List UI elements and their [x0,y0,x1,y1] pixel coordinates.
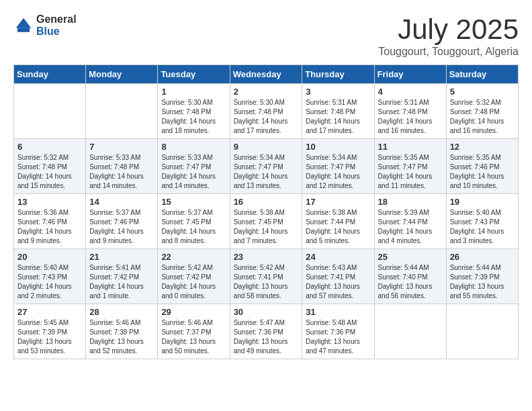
day-info: Sunrise: 5:48 AMSunset: 7:36 PMDaylight:… [306,318,370,356]
day-number: 15 [161,197,226,207]
day-info: Sunrise: 5:45 AMSunset: 7:39 PMDaylight:… [17,318,82,356]
title-area: July 2025 Touggourt, Touggourt, Algeria [378,13,519,58]
weekday-header: Thursday [302,65,374,84]
day-number: 26 [450,252,515,262]
logo-text: General Blue [36,13,77,37]
day-info: Sunrise: 5:47 AMSunset: 7:36 PMDaylight:… [234,318,299,356]
calendar-cell: 19Sunrise: 5:40 AMSunset: 7:43 PMDayligh… [446,194,518,249]
day-info: Sunrise: 5:33 AMSunset: 7:48 PMDaylight:… [89,153,154,191]
calendar-week-row: 20Sunrise: 5:40 AMSunset: 7:43 PMDayligh… [14,249,519,304]
weekday-header: Saturday [446,65,518,84]
calendar-header-row: SundayMondayTuesdayWednesdayThursdayFrid… [14,65,519,84]
day-info: Sunrise: 5:44 AMSunset: 7:39 PMDaylight:… [450,263,515,301]
calendar-cell: 18Sunrise: 5:39 AMSunset: 7:44 PMDayligh… [374,194,446,249]
day-info: Sunrise: 5:41 AMSunset: 7:42 PMDaylight:… [89,263,154,301]
calendar-cell: 30Sunrise: 5:47 AMSunset: 7:36 PMDayligh… [230,304,302,359]
calendar-cell: 24Sunrise: 5:43 AMSunset: 7:41 PMDayligh… [302,249,374,304]
day-number: 16 [234,197,299,207]
calendar-cell: 13Sunrise: 5:36 AMSunset: 7:46 PMDayligh… [14,194,86,249]
logo-blue: Blue [36,26,77,38]
logo-general: General [36,13,77,26]
weekday-header: Monday [86,65,158,84]
calendar-cell [446,304,518,359]
day-info: Sunrise: 5:46 AMSunset: 7:38 PMDaylight:… [89,318,154,356]
calendar-cell: 26Sunrise: 5:44 AMSunset: 7:39 PMDayligh… [446,249,518,304]
day-number: 6 [17,142,82,152]
logo-icon [13,15,34,36]
calendar-week-row: 6Sunrise: 5:32 AMSunset: 7:48 PMDaylight… [14,139,519,194]
calendar-cell: 12Sunrise: 5:35 AMSunset: 7:46 PMDayligh… [446,139,518,194]
day-info: Sunrise: 5:43 AMSunset: 7:41 PMDaylight:… [306,263,370,301]
calendar-cell: 6Sunrise: 5:32 AMSunset: 7:48 PMDaylight… [14,139,86,194]
calendar-cell: 27Sunrise: 5:45 AMSunset: 7:39 PMDayligh… [14,304,86,359]
calendar-week-row: 1Sunrise: 5:30 AMSunset: 7:48 PMDaylight… [14,84,519,139]
day-info: Sunrise: 5:34 AMSunset: 7:47 PMDaylight:… [234,153,299,191]
day-info: Sunrise: 5:34 AMSunset: 7:47 PMDaylight:… [306,153,370,191]
calendar-cell: 3Sunrise: 5:31 AMSunset: 7:48 PMDaylight… [302,84,374,139]
day-number: 12 [450,142,515,152]
day-info: Sunrise: 5:38 AMSunset: 7:45 PMDaylight:… [234,208,299,246]
day-number: 24 [306,252,370,262]
day-number: 5 [450,87,515,97]
day-info: Sunrise: 5:31 AMSunset: 7:48 PMDaylight:… [306,98,370,136]
weekday-header: Sunday [14,65,86,84]
calendar-cell [14,84,86,139]
day-number: 22 [161,252,226,262]
calendar-cell: 1Sunrise: 5:30 AMSunset: 7:48 PMDaylight… [158,84,230,139]
day-info: Sunrise: 5:38 AMSunset: 7:44 PMDaylight:… [306,208,370,246]
day-number: 21 [89,252,154,262]
calendar-cell: 17Sunrise: 5:38 AMSunset: 7:44 PMDayligh… [302,194,374,249]
calendar-cell: 23Sunrise: 5:42 AMSunset: 7:41 PMDayligh… [230,249,302,304]
day-info: Sunrise: 5:32 AMSunset: 7:48 PMDaylight:… [17,153,82,191]
day-number: 1 [161,87,226,97]
calendar-cell: 15Sunrise: 5:37 AMSunset: 7:45 PMDayligh… [158,194,230,249]
day-info: Sunrise: 5:44 AMSunset: 7:40 PMDaylight:… [378,263,443,301]
day-info: Sunrise: 5:31 AMSunset: 7:48 PMDaylight:… [378,98,443,136]
calendar-cell: 11Sunrise: 5:35 AMSunset: 7:47 PMDayligh… [374,139,446,194]
calendar-cell [374,304,446,359]
page-header: General Blue July 2025 Touggourt, Touggo… [13,13,519,58]
day-info: Sunrise: 5:40 AMSunset: 7:43 PMDaylight:… [450,208,515,246]
day-info: Sunrise: 5:35 AMSunset: 7:46 PMDaylight:… [450,153,515,191]
day-info: Sunrise: 5:32 AMSunset: 7:48 PMDaylight:… [450,98,515,136]
day-number: 31 [306,307,370,317]
weekday-header: Wednesday [230,65,302,84]
svg-rect-1 [17,28,30,32]
day-info: Sunrise: 5:36 AMSunset: 7:46 PMDaylight:… [17,208,82,246]
logo: General Blue [13,13,77,37]
day-number: 3 [306,87,370,97]
day-number: 13 [17,197,82,207]
calendar-cell: 21Sunrise: 5:41 AMSunset: 7:42 PMDayligh… [86,249,158,304]
calendar-cell: 5Sunrise: 5:32 AMSunset: 7:48 PMDaylight… [446,84,518,139]
day-number: 25 [378,252,443,262]
calendar-cell: 9Sunrise: 5:34 AMSunset: 7:47 PMDaylight… [230,139,302,194]
day-number: 29 [161,307,226,317]
calendar-cell: 7Sunrise: 5:33 AMSunset: 7:48 PMDaylight… [86,139,158,194]
day-number: 17 [306,197,370,207]
calendar-cell: 22Sunrise: 5:42 AMSunset: 7:42 PMDayligh… [158,249,230,304]
calendar-cell: 20Sunrise: 5:40 AMSunset: 7:43 PMDayligh… [14,249,86,304]
weekday-header: Friday [374,65,446,84]
day-info: Sunrise: 5:46 AMSunset: 7:37 PMDaylight:… [161,318,226,356]
calendar-cell: 8Sunrise: 5:33 AMSunset: 7:47 PMDaylight… [158,139,230,194]
day-info: Sunrise: 5:40 AMSunset: 7:43 PMDaylight:… [17,263,82,301]
weekday-header: Tuesday [158,65,230,84]
svg-marker-0 [16,17,32,28]
day-number: 28 [89,307,154,317]
day-info: Sunrise: 5:37 AMSunset: 7:45 PMDaylight:… [161,208,226,246]
calendar-cell: 25Sunrise: 5:44 AMSunset: 7:40 PMDayligh… [374,249,446,304]
calendar-week-row: 13Sunrise: 5:36 AMSunset: 7:46 PMDayligh… [14,194,519,249]
day-number: 10 [306,142,370,152]
day-number: 23 [234,252,299,262]
day-info: Sunrise: 5:35 AMSunset: 7:47 PMDaylight:… [378,153,443,191]
day-number: 19 [450,197,515,207]
calendar-cell: 28Sunrise: 5:46 AMSunset: 7:38 PMDayligh… [86,304,158,359]
day-number: 11 [378,142,443,152]
day-number: 7 [89,142,154,152]
day-info: Sunrise: 5:33 AMSunset: 7:47 PMDaylight:… [161,153,226,191]
calendar-table: SundayMondayTuesdayWednesdayThursdayFrid… [13,64,519,359]
day-info: Sunrise: 5:42 AMSunset: 7:41 PMDaylight:… [234,263,299,301]
calendar-cell: 4Sunrise: 5:31 AMSunset: 7:48 PMDaylight… [374,84,446,139]
day-number: 18 [378,197,443,207]
day-number: 8 [161,142,226,152]
